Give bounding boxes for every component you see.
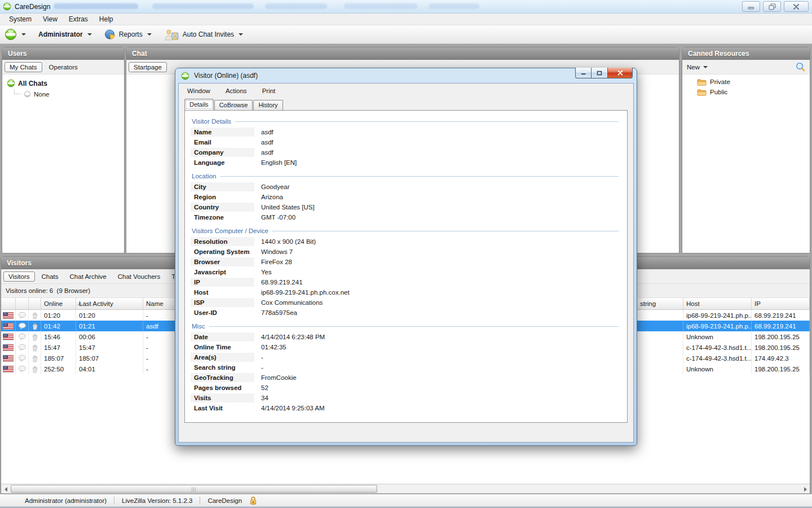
hand-icon: [32, 333, 38, 341]
col-last-activity[interactable]: Last Activity: [76, 298, 143, 309]
gray-sphere-icon: [24, 90, 31, 98]
canned-panel-title: Canned Resources: [682, 47, 810, 60]
field-row: Pages browsed52: [191, 383, 618, 393]
section-title-location: Location: [192, 173, 619, 179]
close-button[interactable]: [784, 1, 809, 12]
dialog-menu-window[interactable]: Window: [187, 87, 210, 94]
dialog-menu-print[interactable]: Print: [262, 87, 276, 94]
field-row: Nameasdf: [191, 127, 618, 137]
dialog-tabstrip: Details CoBrowse History: [179, 98, 633, 110]
chat-bubble-icon: [18, 333, 27, 340]
tab-visitors[interactable]: Visitors: [3, 271, 35, 282]
hand-icon: [32, 312, 38, 319]
chevron-down-icon: [703, 66, 708, 68]
auto-chat-invites-label: Auto Chat Invites: [183, 30, 234, 38]
tree-connector: [14, 89, 20, 94]
canned-item-private[interactable]: Private: [697, 77, 810, 87]
dialog-details-content: Visitor Details Nameasdf Emailasdf Compa…: [184, 110, 628, 423]
toolbar: Administrator Reports Auto Chat Invites: [0, 25, 812, 44]
tab-chat-vouchers[interactable]: Chat Vouchers: [113, 272, 165, 281]
hand-icon: [32, 354, 38, 362]
new-button[interactable]: New: [687, 64, 700, 71]
section-title-computer-device: Visitors Computer / Device: [192, 227, 619, 234]
green-sphere-icon: [7, 79, 15, 87]
dialog-minimize-button[interactable]: [575, 68, 592, 78]
dialog-menu-actions[interactable]: Actions: [226, 87, 247, 94]
restore-button[interactable]: [763, 1, 781, 12]
background-window-blur: [54, 3, 138, 9]
field-row: Hostip68-99-219-241.ph.ph.cox.net: [191, 287, 618, 297]
dialog-titlebar[interactable]: Visitor (Online) (asdf): [178, 68, 634, 83]
menu-system[interactable]: System: [3, 14, 37, 24]
users-tree: All Chats None: [2, 75, 124, 253]
reports-pie-icon: [104, 29, 116, 40]
dialog-tab-history[interactable]: History: [253, 100, 283, 110]
scroll-left-arrow[interactable]: [1, 485, 10, 493]
status-separator: [200, 497, 200, 505]
us-flag-icon: [3, 312, 14, 319]
tree-item-all-chats[interactable]: All Chats: [7, 78, 124, 89]
tab-chat-archive[interactable]: Chat Archive: [65, 272, 111, 281]
menu-help[interactable]: Help: [94, 14, 119, 24]
col-host[interactable]: Host: [683, 298, 752, 309]
dialog-tab-cobrowse[interactable]: CoBrowse: [214, 100, 253, 110]
status-brand: CareDesign: [208, 497, 242, 504]
background-window-blur: [429, 3, 479, 9]
col-online[interactable]: Online: [41, 298, 76, 309]
field-row: Area(s)-: [191, 352, 618, 362]
minimize-button[interactable]: [742, 1, 760, 12]
field-row: Resolution1440 x 900 (24 Bit): [191, 237, 618, 247]
us-flag-icon: [3, 334, 14, 340]
hand-icon: [32, 365, 38, 373]
field-row: BrowserFireFox 28: [191, 257, 618, 267]
users-tabstrip: My Chats Operators: [2, 60, 124, 75]
status-separator: [114, 497, 114, 505]
field-row: GeoTrackingFromCookie: [191, 373, 618, 383]
canned-tree: Private Public: [682, 75, 810, 253]
status-sphere-icon: [5, 28, 17, 41]
us-flag-icon: [3, 366, 14, 373]
tab-startpage[interactable]: Startpage: [129, 62, 167, 72]
field-row: IP68.99.219.241: [191, 277, 618, 287]
horizontal-scrollbar[interactable]: [1, 484, 810, 493]
status-bar: Administrator (administrator) LiveZilla …: [0, 494, 812, 506]
tree-item-none[interactable]: None: [7, 89, 124, 99]
chat-bubble-icon: [18, 312, 27, 319]
dialog-tab-details[interactable]: Details: [184, 99, 214, 110]
chat-bubble-icon: [18, 365, 27, 373]
col-search-string[interactable]: string: [637, 298, 683, 309]
us-flag-icon: [3, 323, 14, 330]
menu-extras[interactable]: Extras: [63, 14, 94, 24]
reports-label: Reports: [119, 30, 143, 38]
reports-menu[interactable]: Reports: [104, 29, 152, 40]
tab-operators[interactable]: Operators: [45, 63, 82, 72]
background-window-blur: [265, 3, 327, 9]
dialog-maximize-button[interactable]: [592, 68, 607, 78]
visitor-dialog: Visitor (Online) (asdf) Window Actions P…: [175, 68, 637, 446]
us-flag-icon: [3, 344, 14, 351]
chat-panel-title: Chat: [126, 47, 679, 60]
hand-icon: [32, 322, 38, 330]
people-icon: [164, 29, 179, 41]
scroll-right-arrow[interactable]: [801, 485, 810, 493]
window-title: CareDesign: [15, 3, 50, 11]
canned-resources-panel: Canned Resources New Private Public: [682, 47, 810, 253]
chat-bubble-icon: [18, 344, 27, 351]
background-window-blur: [152, 3, 254, 9]
chevron-down-icon: [147, 33, 152, 36]
dialog-close-button[interactable]: [607, 68, 633, 78]
tab-my-chats[interactable]: My Chats: [5, 62, 42, 72]
col-ip[interactable]: IP: [752, 298, 810, 309]
application-window: CareDesign System View Extras Help Admin…: [0, 0, 812, 508]
field-row: CityGoodyear: [191, 182, 618, 192]
search-icon[interactable]: [796, 62, 805, 72]
canned-item-public[interactable]: Public: [697, 87, 810, 97]
menu-view[interactable]: View: [37, 14, 63, 24]
status-sphere-control[interactable]: [5, 28, 26, 41]
administrator-menu[interactable]: Administrator: [38, 30, 92, 38]
field-row: ISPCox Communications: [191, 297, 618, 308]
field-row: TimezoneGMT -07:00: [191, 212, 618, 222]
auto-chat-invites-menu[interactable]: Auto Chat Invites: [164, 29, 243, 41]
scrollbar-thumb[interactable]: [11, 485, 377, 493]
tab-chats[interactable]: Chats: [37, 272, 63, 281]
